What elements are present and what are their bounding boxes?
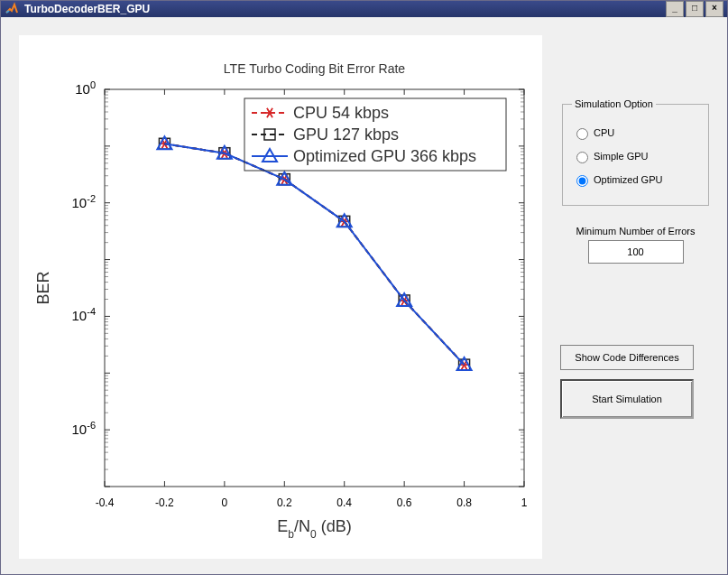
svg-text:0.2: 0.2 — [277, 496, 292, 509]
radio-simple-gpu-label: Simple GPU — [594, 151, 649, 162]
app-window: TurboDecoderBER_GPU _ □ × LTE Turbo Codi… — [0, 0, 728, 575]
radio-cpu-input[interactable] — [576, 128, 588, 140]
svg-text:BER: BER — [34, 271, 52, 304]
min-errors-label: Minimum Number of Errors — [560, 226, 711, 236]
svg-text:0.8: 0.8 — [456, 496, 472, 509]
svg-text:100: 100 — [75, 79, 96, 97]
radio-cpu[interactable]: CPU — [572, 125, 699, 140]
svg-text:CPU 54 kbps: CPU 54 kbps — [293, 104, 389, 122]
window-title: TurboDecoderBER_GPU — [24, 3, 666, 15]
svg-text:0.6: 0.6 — [397, 496, 412, 509]
svg-text:Eb/N0 (dB): Eb/N0 (dB) — [277, 517, 351, 541]
svg-text:LTE Turbo Coding Bit Error Rat: LTE Turbo Coding Bit Error Rate — [224, 61, 405, 76]
window-buttons: _ □ × — [666, 1, 723, 17]
maximize-button[interactable]: □ — [686, 1, 704, 17]
radio-optimized-gpu-label: Optimized GPU — [594, 174, 662, 185]
simulation-option-legend: Simulation Option — [572, 98, 656, 109]
svg-text:10-2: 10-2 — [72, 193, 96, 210]
side-panel: Simulation Option CPU Simple GPU Optimiz… — [560, 17, 727, 575]
simulation-option-group: Simulation Option CPU Simple GPU Optimiz… — [562, 98, 709, 206]
close-button[interactable]: × — [705, 1, 723, 17]
radio-simple-gpu-input[interactable] — [576, 152, 588, 163]
radio-optimized-gpu-input[interactable] — [576, 175, 588, 187]
minimize-button[interactable]: _ — [666, 1, 684, 17]
svg-text:-0.2: -0.2 — [155, 496, 174, 509]
svg-text:0.4: 0.4 — [336, 496, 352, 509]
svg-text:1: 1 — [521, 496, 528, 509]
svg-text:Optimized GPU 366 kbps: Optimized GPU 366 kbps — [293, 147, 476, 165]
svg-text:0: 0 — [222, 496, 228, 509]
titlebar: TurboDecoderBER_GPU _ □ × — [1, 1, 727, 17]
content-area: LTE Turbo Coding Bit Error Rate-0.4-0.20… — [1, 17, 727, 575]
ber-chart: LTE Turbo Coding Bit Error Rate-0.4-0.20… — [19, 35, 542, 559]
svg-text:10-4: 10-4 — [72, 306, 96, 323]
radio-optimized-gpu[interactable]: Optimized GPU — [572, 172, 699, 187]
radio-simple-gpu[interactable]: Simple GPU — [572, 149, 699, 163]
svg-text:10-6: 10-6 — [72, 420, 96, 437]
svg-text:-0.4: -0.4 — [96, 496, 115, 509]
radio-cpu-label: CPU — [594, 127, 614, 138]
show-code-diff-button[interactable]: Show Code Differences — [560, 345, 694, 370]
plot-area: LTE Turbo Coding Bit Error Rate-0.4-0.20… — [1, 17, 560, 575]
start-simulation-button[interactable]: Start Simulation — [560, 379, 694, 419]
min-errors-group: Minimum Number of Errors — [560, 226, 711, 264]
matlab-icon — [5, 2, 19, 16]
svg-text:GPU 127 kbps: GPU 127 kbps — [293, 125, 399, 144]
min-errors-input[interactable] — [588, 240, 684, 264]
